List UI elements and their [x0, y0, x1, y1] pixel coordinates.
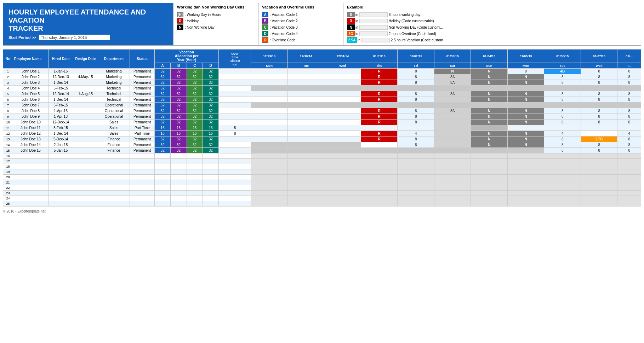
legend-row-b: B : Vacation Code 2: [262, 18, 340, 24]
legend-row-n: N : Non Working Day: [177, 24, 255, 30]
badge-c: C: [262, 24, 268, 30]
main-table-wrapper: No Employee Name Hired Date Resign Date …: [3, 49, 641, 207]
col-date-12-30: 12/30/14: [287, 50, 324, 63]
legend-example-n: N in Non Working Day (Code customi...: [347, 24, 443, 30]
table-row: 24: [3, 196, 641, 201]
table-row: 14John Doe 142-Jan-15FinancePermanent323…: [3, 142, 641, 148]
legend-working-title: Working dan Non Working Day Cells: [177, 5, 255, 10]
weekday-12-29: Mon: [251, 63, 288, 69]
table-row: 9John Doe 91-Apr-13OperationalPermanent3…: [3, 114, 641, 120]
table-row: 18: [3, 164, 641, 169]
title-line1: HOURLY EMPLOYEE ATTENDANCE AND VACATION: [8, 8, 168, 24]
col-date-12-31: 12/31/14: [324, 50, 361, 63]
legend-row-o: O : Overtime Code: [262, 37, 340, 43]
col-date-12-29: 12/29/14: [251, 50, 288, 63]
weekday-01-01: Thu: [361, 63, 398, 69]
title-line2: TRACKER: [8, 24, 168, 33]
legend-row-d: D : Vacation Code 4: [262, 31, 340, 36]
legend-example-2-5a: 2.5A in 2.5 hours Vacation (Code custom: [347, 37, 443, 43]
col-header-status: Status: [130, 50, 155, 69]
alloc-sub-c: C: [187, 63, 203, 69]
start-period-input[interactable]: [39, 35, 110, 40]
table-row: 5John Doe 512-Dec-141-Aug-15TechnicalPer…: [3, 91, 641, 97]
badge-o: O: [262, 37, 268, 43]
badge-a: A: [262, 12, 268, 17]
alloc-sub-a: A: [155, 63, 171, 69]
badge-ex-2o: 2O: [347, 31, 355, 36]
legend-row-h: [H] : Working Day in Hours: [177, 12, 255, 17]
badge-d: D: [262, 31, 268, 36]
legend-example-r: R in Holiday (Code customizable): [347, 18, 443, 24]
weekday-12-31: Wed: [324, 63, 361, 69]
legend-row-c: C : Vacation Code 3: [262, 24, 340, 30]
table-row: 2John Doe 212-Dec-134-May-15MarketingPer…: [3, 74, 641, 80]
col-header-dept: Department: [98, 50, 130, 69]
col-date-01-xx: 01/...: [617, 50, 641, 63]
col-date-01-01: 01/01/15: [361, 50, 398, 63]
alloc-sub-d: D: [203, 63, 219, 69]
weekday-01-02: Fri: [398, 63, 434, 69]
table-row: 10John Doe 1012-Dec-14SalesPermanent3232…: [3, 120, 641, 125]
weekday-01-06: Tue: [544, 63, 581, 69]
col-date-01-07: 01/07/15: [581, 50, 617, 63]
weekday-01-03: Sat: [434, 63, 471, 69]
col-header-no: No: [3, 50, 13, 69]
table-row: 6John Doe 61-Dec-14TechnicalPermanent323…: [3, 97, 641, 103]
legend-example-8: 8 in 8 hours working day: [347, 12, 443, 17]
table-row: 1John Doe 11-Jan-15MarketingPermanent323…: [3, 69, 641, 74]
table-row: 22: [3, 185, 641, 191]
table-row: 12John Doe 121-Dec-14SalesPart Time16161…: [3, 131, 641, 136]
col-header-overtime: OvertimeAllocation: [219, 50, 251, 69]
attendance-table: No Employee Name Hired Date Resign Date …: [3, 49, 641, 207]
weekday-01-xx: T...: [617, 63, 641, 69]
col-date-01-04: 01/04/15: [471, 50, 508, 63]
table-row: 7John Doe 75-Feb-15OperationalPermanent3…: [3, 103, 641, 108]
legend-section: Working dan Non Working Day Cells [H] : …: [173, 3, 641, 45]
start-period-label: Start Period >>: [8, 35, 36, 40]
col-date-01-05: 01/05/15: [507, 50, 544, 63]
col-header-vacation: VacationAllocation perYear (Hour): [155, 50, 219, 63]
badge-ex-2-5a: 2.5A: [347, 37, 357, 43]
title-block: HOURLY EMPLOYEE ATTENDANCE AND VACATION …: [3, 3, 173, 45]
table-row: 16: [3, 153, 641, 159]
badge-b: B: [262, 18, 268, 24]
legend-vacation-title: Vacation and Overtime Cells: [262, 5, 340, 10]
col-header-name: Employee Name: [13, 50, 49, 69]
badge-r: R: [177, 18, 183, 24]
legend-row-a: A : Vacation Code 1: [262, 12, 340, 17]
table-row: 20: [3, 175, 641, 180]
table-row: 15John Doe 155-Jan-15FinancePermanent323…: [3, 148, 641, 153]
badge-ex-r: R: [347, 18, 355, 24]
weekday-01-07: Wed: [581, 63, 617, 69]
alloc-sub-b: B: [171, 63, 187, 69]
col-header-resign: Resign Date: [73, 50, 98, 69]
badge-ex-n: N: [347, 24, 355, 30]
copyright: © 2016 - Exceltemplate.net: [3, 209, 46, 213]
table-row: 23: [3, 191, 641, 196]
legend-example: Example 8 in 8 hours working day R in Ho…: [343, 3, 447, 45]
col-date-01-03: 01/03/15: [434, 50, 471, 63]
legend-example-2o: 2O in 2 hours Overtime (Code fixed): [347, 31, 443, 36]
header-section: HOURLY EMPLOYEE ATTENDANCE AND VACATION …: [3, 3, 641, 46]
badge-n: N: [177, 24, 183, 30]
col-date-01-02: 01/02/15: [398, 50, 434, 63]
legend-example-title: Example: [347, 5, 443, 10]
col-header-hired: Hired Date: [49, 50, 73, 69]
table-row: 25: [3, 201, 641, 207]
col-date-01-06: 01/06/15: [544, 50, 581, 63]
badge-h: [H]: [177, 12, 183, 17]
footer: © 2016 - Exceltemplate.net: [3, 209, 641, 213]
weekday-12-30: Tue: [287, 63, 324, 69]
table-row: 13John Doe 135-Dec-14FinancePermanent323…: [3, 136, 641, 142]
table-row: 11John Doe 115-Feb-15SalesPart Time16161…: [3, 125, 641, 131]
table-row: 17: [3, 159, 641, 164]
table-row: 8John Doe 81-Apr-13OperationalPermanent3…: [3, 108, 641, 114]
table-row: 19: [3, 169, 641, 175]
table-row: 21: [3, 180, 641, 185]
legend-row-r: R : Holiday: [177, 18, 255, 24]
weekday-01-05: Mon: [507, 63, 544, 69]
legend-vacation: Vacation and Overtime Cells A : Vacation…: [258, 3, 343, 45]
legend-working: Working dan Non Working Day Cells [H] : …: [173, 3, 258, 45]
weekday-01-04: Sun: [471, 63, 508, 69]
table-row: 4John Doe 45-Feb-15TechnicalPermanent323…: [3, 86, 641, 91]
